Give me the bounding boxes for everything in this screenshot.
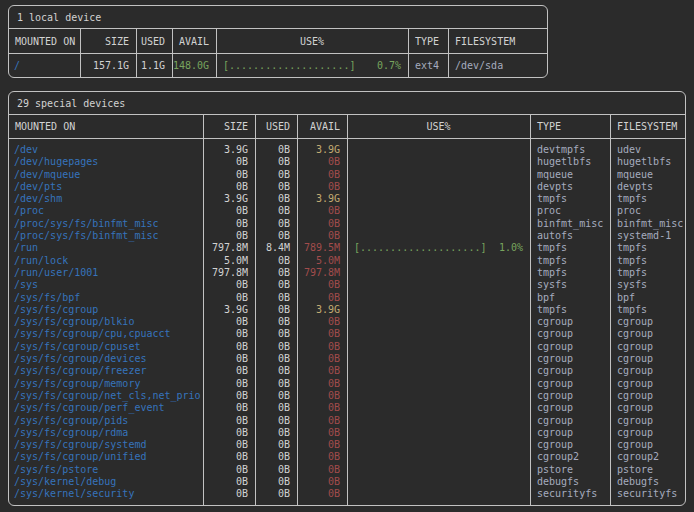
mount-cell: /sys/fs/cgroup/perf_event [9,402,203,414]
type-cell: tmpfs [531,193,610,205]
column-header-mounted-on: MOUNTED ON [9,115,203,138]
local-device-header-row: MOUNTED ONSIZEUSEDAVAILUSE%TYPEFILESYSTE… [9,29,547,54]
size-cell: 0B [204,292,255,304]
mount-cell: /run [9,242,203,254]
avail-cell: 0B [298,378,347,390]
used-cell: 0B [256,378,297,390]
size-cell: 5.0M [204,255,255,267]
local-device-table: 1 local device MOUNTED ONSIZEUSEDAVAILUS… [8,5,548,78]
column-header-avail: AVAIL [172,29,216,53]
special-devices-table-title: 29 special devices [9,92,685,115]
avail-cell: 0B [298,390,347,402]
column-header-used: USED [255,115,297,138]
type-cell: cgroup [531,415,610,427]
used-cell: 0B [256,341,297,353]
used-cell: 0B [256,255,297,267]
type-cell: cgroup [531,390,610,402]
column-used: 0B0B0B0B0B0B0B0B8.4M0B0B0B0B0B0B0B0B0B0B… [255,139,297,505]
size-cell: 0B [204,378,255,390]
mount-cell: /dev/pts [9,181,203,193]
mount-cell: / [9,58,80,73]
type-cell: sysfs [531,279,610,291]
usage-cell [348,144,530,156]
usage-cell [348,292,530,304]
type-cell: cgroup [531,353,610,365]
local-device-table-title: 1 local device [9,6,547,29]
mount-cell: /dev/mqueue [9,169,203,181]
column-fs: udevhugetlbfsmqueuedevptstmpfsprocbinfmt… [610,139,685,505]
fs-cell: cgroup [611,365,685,377]
usage-cell [348,439,530,451]
used-cell: 0B [256,402,297,414]
fs-cell: sysfs [611,279,685,291]
used-cell: 0B [256,365,297,377]
column-used: 1.1G [136,54,172,77]
mount-cell: /run/user/1001 [9,267,203,279]
mount-cell: /sys/fs/cgroup/unified [9,451,203,463]
avail-cell: 0B [298,328,347,340]
avail-cell: 0B [298,169,347,181]
size-cell: 157.1G [81,58,136,73]
mount-cell: /sys/fs/cgroup/rdma [9,427,203,439]
usage-percent: 0.7% [377,58,401,73]
mount-cell: /sys/fs/pstore [9,464,203,476]
avail-cell: 0B [298,218,347,230]
mount-cell: /sys/fs/cgroup/systemd [9,439,203,451]
avail-cell: 0B [298,439,347,451]
used-cell: 0B [256,390,297,402]
fs-cell: cgroup [611,415,685,427]
used-cell: 0B [256,267,297,279]
avail-cell: 0B [298,230,347,242]
column-header-use-: USE% [216,29,408,53]
fs-cell: proc [611,205,685,217]
usage-cell [348,218,530,230]
avail-cell: 0B [298,464,347,476]
usage-cell [348,402,530,414]
column-header-size: SIZE [80,29,136,53]
size-cell: 0B [204,439,255,451]
mount-cell: /sys [9,279,203,291]
usage-cell [348,415,530,427]
used-cell: 0B [256,451,297,463]
type-cell: tmpfs [531,242,610,254]
type-cell: hugetlbfs [531,156,610,168]
used-cell: 0B [256,328,297,340]
type-cell: mqueue [531,169,610,181]
fs-cell: devpts [611,181,685,193]
type-cell: devtmpfs [531,144,610,156]
avail-cell: 797.8M [298,267,347,279]
fs-cell: cgroup [611,341,685,353]
usage-bar: [....................] [354,242,486,254]
usage-cell [348,390,530,402]
avail-cell: 789.5M [298,242,347,254]
mount-cell: /dev/hugepages [9,156,203,168]
column-header-type: TYPE [408,29,448,53]
size-cell: 0B [204,341,255,353]
fs-cell: mqueue [611,169,685,181]
type-cell: securityfs [531,488,610,500]
mount-cell: /sys/fs/cgroup [9,304,203,316]
used-cell: 0B [256,353,297,365]
used-cell: 0B [256,415,297,427]
type-cell: pstore [531,464,610,476]
used-cell: 0B [256,193,297,205]
usage-cell [348,427,530,439]
size-cell: 0B [204,365,255,377]
type-cell: cgroup [531,378,610,390]
usage-cell [348,156,530,168]
used-cell: 0B [256,230,297,242]
fs-cell: binfmt_misc [611,218,685,230]
avail-cell: 0B [298,156,347,168]
size-cell: 0B [204,279,255,291]
size-cell: 797.8M [204,267,255,279]
used-cell: 0B [256,304,297,316]
column-header-filesystem: FILESYSTEM [610,115,685,138]
special-devices-body: /dev/dev/hugepages/dev/mqueue/dev/pts/de… [9,139,685,505]
avail-cell: 0B [298,402,347,414]
type-cell: cgroup [531,365,610,377]
usage-cell [348,267,530,279]
usage-percent: 1.0% [499,242,523,254]
column-type: ext4 [408,54,448,77]
usage-cell [348,255,530,267]
usage-cell [348,464,530,476]
